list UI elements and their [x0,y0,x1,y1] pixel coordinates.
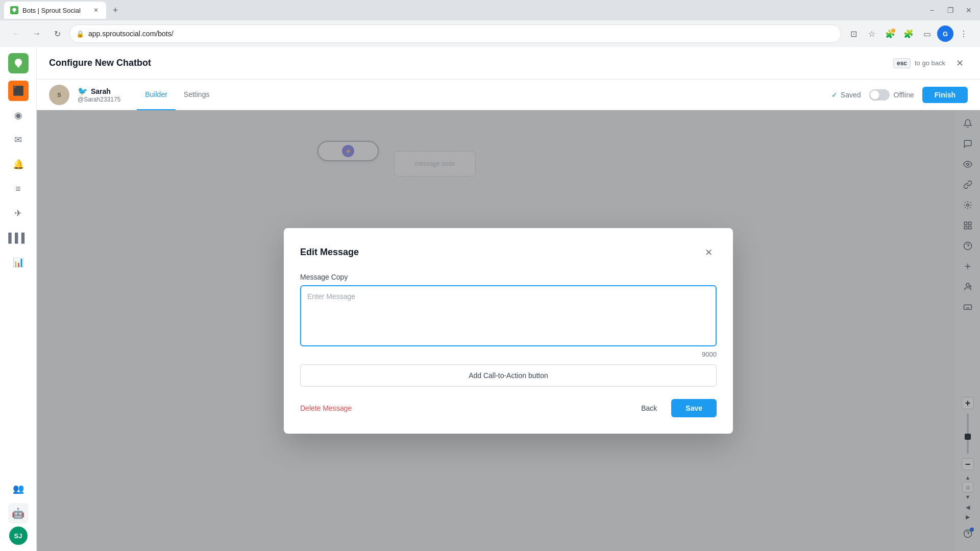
user-name-display: 🐦 Sarah [78,86,120,96]
users-icon: 👥 [13,483,24,494]
dashboard-icon: ⬛ [13,85,24,96]
list-icon: ≡ [15,184,21,194]
back-button[interactable]: Back [633,400,665,416]
browser-tab[interactable]: Bots | Sprout Social ✕ [4,2,106,19]
user-info: 🐦 Sarah @Sarah233175 [78,86,120,103]
toolbar-right: ✓ Saved Offline Finish [831,87,968,103]
add-cta-button[interactable]: Add Call-to-Action button [300,364,717,387]
sidebar-item-bell[interactable]: 🔔 [8,154,29,174]
bell-icon: 🔔 [13,159,24,170]
modal-close-button[interactable]: ✕ [700,244,717,261]
browser-toolbar-actions: ⊡ ☆ 🧩 🧩 ▭ G ⋮ [845,26,972,42]
edit-message-modal: Edit Message ✕ Message Copy 9000 Add Cal… [284,228,733,434]
chatbot-toolbar: S 🐦 Sarah @Sarah233175 Builder Settings … [37,80,980,110]
browser-titlebar: Bots | Sprout Social ✕ + − ❐ ✕ [0,0,980,20]
esc-hint-text: to go back [915,59,945,67]
puzzle-icon[interactable]: 🧩 [900,26,917,42]
modal-title: Edit Message [300,247,359,258]
check-icon: ✓ [831,91,838,99]
extensions-notification-icon[interactable]: 🧩 [882,26,898,42]
minimize-button[interactable]: − [925,3,939,17]
sidebar-item-eye[interactable]: ◉ [8,105,29,126]
bookmark-icon[interactable]: ☆ [864,26,880,42]
builder-area: S 🐦 Sarah @Sarah233175 Builder Settings … [37,80,980,551]
tab-builder[interactable]: Builder [137,80,176,110]
address-bar[interactable]: 🔒 app.sproutsocial.com/bots/ [69,24,841,43]
sidebar-item-list[interactable]: ≡ [8,179,29,199]
offline-toggle[interactable] [869,89,890,101]
sidebar: ⬛ ◉ ✉ 🔔 ≡ ✈ ▌▌▌ 📊 👥 🤖 SJ [0,47,37,551]
builder-tabs: Builder Settings [137,80,217,110]
tab-favicon [10,6,18,14]
main-content: Configure New Chatbot esc to go back ✕ S… [37,47,980,551]
close-button[interactable]: ✕ [962,3,976,17]
save-button[interactable]: Save [671,399,717,417]
tablet-icon[interactable]: ▭ [919,26,935,42]
page-title: Configure New Chatbot [49,58,151,68]
sprout-logo[interactable] [8,53,29,73]
url-text: app.sproutsocial.com/bots/ [88,30,835,38]
delete-message-link[interactable]: Delete Message [300,404,352,412]
tab-title: Bots | Sprout Social [22,7,88,14]
esc-key-badge: esc [893,58,911,68]
bots-icon: 🤖 [12,507,24,519]
toggle-thumb [870,90,879,99]
sidebar-item-users[interactable]: 👥 [8,479,29,499]
esc-hint: esc to go back [893,58,945,68]
user-avatar: S [49,85,69,105]
tab-close-button[interactable]: ✕ [92,6,100,14]
canvas-container: ⚡ message node [37,110,980,551]
offline-toggle-container: Offline [869,89,914,101]
sidebar-item-send[interactable]: ✈ [8,203,29,223]
app-container: ⬛ ◉ ✉ 🔔 ≡ ✈ ▌▌▌ 📊 👥 🤖 SJ [0,47,980,551]
saved-text: Saved [841,91,861,99]
bar-chart-icon: ▌▌▌ [8,233,28,243]
lock-icon: 🔒 [76,30,84,38]
modal-overlay: Edit Message ✕ Message Copy 9000 Add Cal… [37,110,980,551]
offline-label: Offline [894,91,914,99]
forward-nav-button[interactable]: → [29,26,45,42]
saved-indicator: ✓ Saved [831,91,861,99]
modal-footer: Delete Message Back Save [300,399,717,417]
user-avatar-sidebar[interactable]: SJ [9,527,28,545]
refresh-button[interactable]: ↻ [49,26,65,42]
sidebar-item-bar-chart[interactable]: ▌▌▌ [8,228,29,248]
char-count: 9000 [300,350,717,358]
window-controls: − ❐ ✕ [925,3,976,17]
inbox-icon: ✉ [14,134,22,145]
finish-button[interactable]: Finish [922,87,968,103]
cast-icon[interactable]: ⊡ [845,26,862,42]
header-right: esc to go back ✕ [893,55,968,71]
user-handle-display: @Sarah233175 [78,96,120,103]
message-textarea[interactable] [300,285,717,346]
browser-chrome: Bots | Sprout Social ✕ + − ❐ ✕ ← → ↻ 🔒 a… [0,0,980,47]
menu-button[interactable]: ⋮ [955,26,972,42]
twitter-bird-icon: 🐦 [78,86,88,96]
analytics-icon: 📊 [13,257,24,268]
message-copy-label: Message Copy [300,273,717,281]
tab-settings[interactable]: Settings [176,80,218,110]
send-icon: ✈ [14,208,22,219]
modal-header: Edit Message ✕ [300,244,717,261]
message-copy-group: Message Copy 9000 [300,273,717,358]
sidebar-item-analytics[interactable]: 📊 [8,252,29,272]
browser-toolbar: ← → ↻ 🔒 app.sproutsocial.com/bots/ ⊡ ☆ 🧩… [0,20,980,47]
sidebar-item-inbox[interactable]: ✉ [8,130,29,150]
sidebar-item-bots[interactable]: 🤖 [8,503,29,523]
maximize-button[interactable]: ❐ [943,3,958,17]
back-nav-button[interactable]: ← [8,26,24,42]
new-tab-button[interactable]: + [108,3,122,17]
app-header: Configure New Chatbot esc to go back ✕ [37,47,980,80]
sidebar-item-dashboard[interactable]: ⬛ [8,81,29,101]
profile-button[interactable]: G [937,26,953,42]
header-close-button[interactable]: ✕ [951,55,968,71]
modal-footer-actions: Back Save [633,399,717,417]
eye-icon: ◉ [14,110,22,121]
